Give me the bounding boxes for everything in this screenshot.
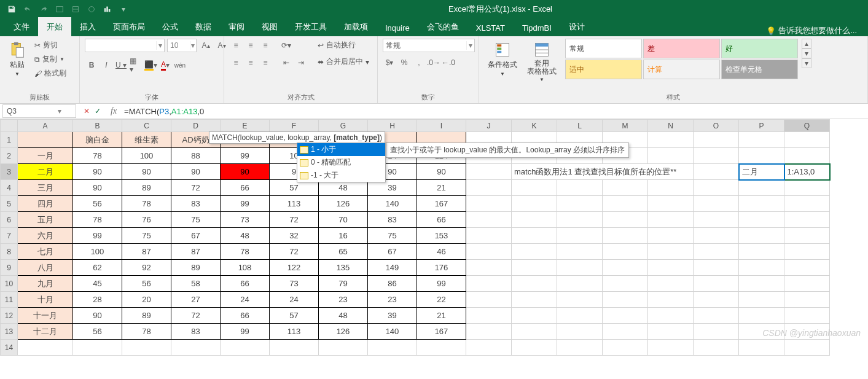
font-size-input[interactable] xyxy=(168,41,190,50)
table-row[interactable]: 6五月7876757372708366 xyxy=(1,212,830,228)
font-color-button[interactable]: A▾ xyxy=(158,58,172,72)
match-type-dropdown[interactable]: 1 - 小于 0 - 精确匹配 -1 - 大于 xyxy=(297,143,386,182)
tab-home[interactable]: 开始 xyxy=(38,17,71,36)
format-painter-button[interactable]: 🖌格式刷 xyxy=(32,67,69,80)
tab-tipdm[interactable]: TipdmBI xyxy=(514,19,560,36)
table-row[interactable]: 5四月56788399113126140167 xyxy=(1,196,830,212)
cond-format-button[interactable]: 条件格式▼ xyxy=(484,39,521,79)
table-row[interactable]: 10九月4556586673798699 xyxy=(1,276,830,292)
col-header[interactable]: A xyxy=(18,120,73,132)
inc-dec-icon[interactable]: .0→ xyxy=(427,56,440,69)
table-row[interactable]: 9八月629289108122135149176 xyxy=(1,260,830,276)
qat-btn-2[interactable] xyxy=(69,2,82,16)
style-normal[interactable]: 常规 xyxy=(565,39,642,58)
col-header[interactable]: L xyxy=(557,120,603,132)
name-box-dropdown-icon[interactable]: ▾ xyxy=(55,107,64,115)
col-header[interactable]: C xyxy=(122,120,171,132)
match-opt-neg1[interactable]: -1 - 大于 xyxy=(297,169,385,182)
col-header[interactable]: H xyxy=(368,120,417,132)
col-header[interactable]: K xyxy=(512,120,557,132)
tab-formula[interactable]: 公式 xyxy=(154,17,187,36)
italic-button[interactable]: I xyxy=(100,58,113,72)
match-opt-1[interactable]: 1 - 小于 xyxy=(297,143,385,156)
col-header[interactable]: B xyxy=(73,120,122,132)
cell-p3[interactable]: 二月 xyxy=(739,164,784,180)
indent-dec-icon[interactable]: ⇤ xyxy=(280,56,293,69)
font-grow-icon[interactable]: A▴ xyxy=(199,39,213,52)
qat-btn-1[interactable] xyxy=(53,2,66,16)
copy-button[interactable]: ⧉复制 ▼ xyxy=(32,53,69,66)
table-row[interactable]: 11十月2820272424232322 xyxy=(1,292,830,308)
tab-design[interactable]: 设计 xyxy=(560,17,593,36)
tab-review[interactable]: 审阅 xyxy=(220,17,253,36)
col-header[interactable]: E xyxy=(221,120,270,132)
table-row[interactable]: 7六月99756748321675153 xyxy=(1,228,830,244)
col-header[interactable]: N xyxy=(648,120,694,132)
table-row[interactable]: 8七月10087877872656746 xyxy=(1,244,830,260)
redo-icon[interactable] xyxy=(37,2,50,16)
font-name-combo[interactable]: ▾ xyxy=(85,39,165,52)
col-header[interactable]: P xyxy=(739,120,784,132)
select-all[interactable] xyxy=(1,120,18,132)
underline-button[interactable]: U ▾ xyxy=(114,58,128,72)
formula-input[interactable]: =MATCH(P3,A1:A13,0 xyxy=(122,106,868,117)
tab-xlstat[interactable]: XLSTAT xyxy=(467,19,514,36)
align-top-icon[interactable]: ≡ xyxy=(229,39,243,52)
col-header[interactable]: G xyxy=(319,120,368,132)
style-calc[interactable]: 计算 xyxy=(643,60,720,79)
table-row[interactable]: 4三月9089726657483921 xyxy=(1,180,830,196)
phonetic-button[interactable]: wén xyxy=(173,58,187,72)
match-opt-0[interactable]: 0 - 精确匹配 xyxy=(297,156,385,169)
tab-layout[interactable]: 页面布局 xyxy=(104,17,154,36)
currency-icon[interactable]: $▾ xyxy=(383,56,396,69)
wrap-text-button[interactable]: ↩自动换行 xyxy=(315,39,372,52)
name-box[interactable]: ▾ xyxy=(2,104,76,118)
col-header[interactable]: J xyxy=(466,120,512,132)
qat-btn-4[interactable] xyxy=(101,2,114,16)
tab-insert[interactable]: 插入 xyxy=(71,17,104,36)
fill-color-button[interactable]: ⬛▾ xyxy=(144,58,157,72)
align-right-icon[interactable]: ≡ xyxy=(259,56,272,69)
table-row[interactable]: 3 二月 90 90 90 90 9 90 90 match函数用法1 查找查找… xyxy=(1,164,830,180)
indent-inc-icon[interactable]: ⇥ xyxy=(294,56,308,69)
name-box-input[interactable] xyxy=(3,107,55,115)
comma-icon[interactable]: , xyxy=(412,56,426,69)
fx-icon[interactable]: fx xyxy=(106,106,122,116)
orient-icon[interactable]: ⟳▾ xyxy=(280,39,293,52)
style-up-icon[interactable]: ▴ xyxy=(802,39,811,49)
style-down-icon[interactable]: ▾ xyxy=(802,49,811,58)
align-bot-icon[interactable]: ≡ xyxy=(259,39,272,52)
table-row[interactable]: 14 xyxy=(1,340,830,356)
confirm-formula-icon[interactable]: ✓ xyxy=(95,107,101,115)
worksheet[interactable]: A B C D E F G H I J K L M N O P Q 1 脑白金 … xyxy=(0,119,868,356)
align-left-icon[interactable]: ≡ xyxy=(229,56,243,69)
tab-addin[interactable]: 加载项 xyxy=(335,17,377,36)
align-mid-icon[interactable]: ≡ xyxy=(244,39,257,52)
undo-icon[interactable] xyxy=(21,2,34,16)
tab-view[interactable]: 视图 xyxy=(253,17,286,36)
tab-dev[interactable]: 开发工具 xyxy=(286,17,335,36)
tab-data[interactable]: 数据 xyxy=(187,17,220,36)
align-center-icon[interactable]: ≡ xyxy=(244,56,257,69)
table-format-button[interactable]: 套用 表格格式▼ xyxy=(523,39,560,85)
percent-icon[interactable]: % xyxy=(397,56,411,69)
cut-button[interactable]: ✂剪切 xyxy=(32,39,69,52)
dec-dec-icon[interactable]: ←.0 xyxy=(442,56,455,69)
table-row[interactable]: 13十二月56788399113126140167 xyxy=(1,324,830,340)
qat-btn-3[interactable] xyxy=(85,2,98,16)
style-check[interactable]: 检查单元格 xyxy=(721,60,798,79)
paste-button[interactable]: 粘贴 ▼ xyxy=(5,39,29,79)
cancel-formula-icon[interactable]: ✕ xyxy=(84,107,90,115)
merge-button[interactable]: ⬌合并后居中 ▾ xyxy=(315,55,372,68)
bold-button[interactable]: B xyxy=(85,58,98,72)
col-header[interactable]: Q xyxy=(784,120,830,132)
qat-more-icon[interactable]: ▾ xyxy=(117,2,130,16)
tab-inquire[interactable]: Inquire xyxy=(377,19,418,36)
style-more-icon[interactable]: ▾ xyxy=(802,58,811,68)
border-button[interactable]: ▦ ▾ xyxy=(129,58,143,72)
style-neutral[interactable]: 适中 xyxy=(565,60,642,79)
font-name-input[interactable] xyxy=(85,41,156,50)
save-icon[interactable] xyxy=(5,2,18,16)
style-good[interactable]: 好 xyxy=(721,39,798,58)
cell-q3-active[interactable]: 1:A13,0 xyxy=(784,164,830,180)
